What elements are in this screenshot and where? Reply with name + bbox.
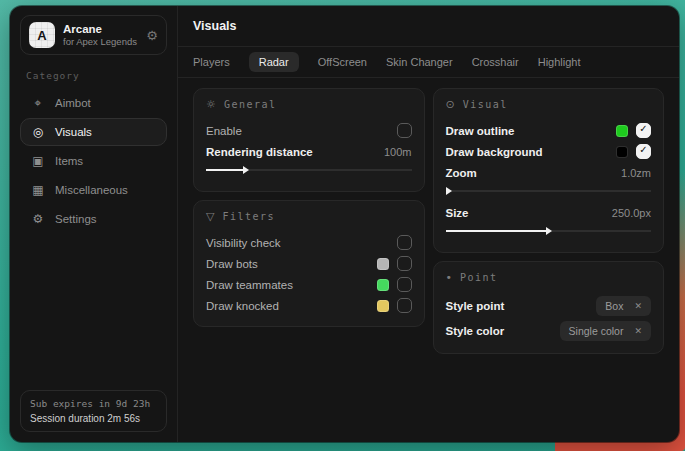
main-header: Visuals [178, 6, 679, 47]
zoom-value: 1.0zm [621, 167, 651, 179]
main-area: Visuals Players Radar OffScreen Skin Cha… [178, 6, 679, 442]
draw-background-label: Draw background [446, 146, 543, 158]
enable-checkbox[interactable] [397, 123, 412, 138]
draw-bots-label: Draw bots [206, 258, 258, 270]
rendering-distance-label: Rendering distance [206, 146, 313, 158]
rendering-distance-row: Rendering distance 100m [206, 141, 412, 162]
tab-radar[interactable]: Radar [249, 52, 299, 72]
sidebar-item-aimbot[interactable]: ⌖ Aimbot [20, 89, 167, 117]
size-slider[interactable] [446, 226, 652, 235]
slider-fill [206, 169, 243, 171]
draw-outline-checkbox[interactable] [636, 123, 651, 138]
draw-outline-color-swatch[interactable] [616, 125, 628, 137]
sun-icon: ☼ [206, 98, 216, 111]
sidebar-item-label: Miscellaneous [55, 184, 128, 196]
rendering-distance-value: 100m [384, 146, 412, 158]
settings-gear-icon: ⚙ [31, 212, 45, 226]
panel-title: Visual [463, 99, 508, 110]
style-point-label: Style point [446, 300, 505, 312]
category-label: Category [26, 70, 161, 81]
zoom-label: Zoom [446, 167, 477, 179]
enable-label: Enable [206, 125, 242, 137]
tab-skin-changer[interactable]: Skin Changer [386, 52, 453, 72]
style-point-value: Box [605, 300, 623, 312]
zoom-row: Zoom 1.0zm [446, 162, 652, 183]
visuals-eye-icon: ◎ [31, 125, 45, 139]
settings-content: ☼ General Enable Rendering distance 100m [193, 78, 664, 354]
page-title: Visuals [193, 19, 237, 33]
gear-icon[interactable]: ⚙ [146, 28, 158, 43]
size-value: 250.0px [612, 207, 651, 219]
draw-knocked-color-swatch[interactable] [377, 300, 389, 312]
size-label: Size [446, 207, 469, 219]
app-window: A Arcane for Apex Legends ⚙ Category ⌖ A… [10, 6, 679, 442]
tab-crosshair[interactable]: Crosshair [472, 52, 519, 72]
crosshair-icon: ⌖ [31, 96, 45, 110]
tab-bar: Players Radar OffScreen Skin Changer Cro… [178, 47, 679, 78]
style-point-select[interactable]: Box ✕ [596, 296, 651, 316]
tab-highlight[interactable]: Highlight [538, 52, 581, 72]
visual-panel: ⊙ Visual Draw outline Draw background [433, 88, 665, 253]
draw-knocked-label: Draw knocked [206, 300, 279, 312]
draw-bots-row: Draw bots [206, 253, 412, 274]
box-icon: ▣ [31, 154, 45, 168]
visibility-check-label: Visibility check [206, 237, 281, 249]
filters-panel: ▽ Filters Visibility check Draw bots [193, 200, 425, 327]
eye-icon: ⊙ [446, 98, 455, 111]
rendering-distance-slider[interactable] [206, 165, 412, 174]
style-color-select[interactable]: Single color ✕ [560, 321, 651, 341]
draw-knocked-row: Draw knocked [206, 295, 412, 316]
sidebar-item-visuals[interactable]: ◎ Visuals [20, 118, 167, 146]
app-logo: A [29, 22, 55, 48]
panel-title: Filters [222, 211, 275, 222]
tab-players[interactable]: Players [193, 52, 230, 72]
slider-fill [446, 230, 547, 232]
draw-knocked-checkbox[interactable] [397, 298, 412, 313]
visibility-check-checkbox[interactable] [397, 235, 412, 250]
point-panel: • Point Style point Box ✕ Style [433, 261, 665, 354]
style-color-label: Style color [446, 325, 505, 337]
right-column: ⊙ Visual Draw outline Draw background [433, 88, 665, 354]
sidebar-item-label: Settings [55, 213, 97, 225]
brand-header: A Arcane for Apex Legends ⚙ [20, 15, 167, 55]
draw-background-row: Draw background [446, 141, 652, 162]
draw-teammates-label: Draw teammates [206, 279, 293, 291]
draw-background-checkbox[interactable] [636, 144, 651, 159]
style-point-row: Style point Box ✕ [446, 293, 652, 318]
panel-title: Point [460, 272, 498, 283]
sidebar-item-settings[interactable]: ⚙ Settings [20, 205, 167, 233]
session-duration-text: Session duration 2m 56s [30, 413, 157, 424]
grid-icon: ▦ [31, 183, 45, 197]
sidebar-item-label: Items [55, 155, 83, 167]
sidebar-item-miscellaneous[interactable]: ▦ Miscellaneous [20, 176, 167, 204]
visibility-check-row: Visibility check [206, 232, 412, 253]
tab-offscreen[interactable]: OffScreen [318, 52, 367, 72]
funnel-icon: ▽ [206, 210, 214, 223]
app-subtitle: for Apex Legends [63, 36, 137, 48]
draw-teammates-row: Draw teammates [206, 274, 412, 295]
draw-bots-checkbox[interactable] [397, 256, 412, 271]
sidebar-item-items[interactable]: ▣ Items [20, 147, 167, 175]
draw-teammates-checkbox[interactable] [397, 277, 412, 292]
size-row: Size 250.0px [446, 202, 652, 223]
subscription-info-box: Sub expires in 9d 23h Session duration 2… [20, 390, 167, 432]
draw-outline-label: Draw outline [446, 125, 515, 137]
sidebar-item-label: Aimbot [55, 97, 91, 109]
style-color-value: Single color [569, 325, 624, 337]
draw-background-color-swatch[interactable] [616, 146, 628, 158]
style-color-row: Style color Single color ✕ [446, 318, 652, 343]
app-name: Arcane [63, 23, 137, 36]
close-icon[interactable]: ✕ [634, 326, 642, 336]
close-icon[interactable]: ✕ [634, 301, 642, 311]
sidebar: A Arcane for Apex Legends ⚙ Category ⌖ A… [10, 6, 178, 442]
left-column: ☼ General Enable Rendering distance 100m [193, 88, 425, 327]
zoom-slider[interactable] [446, 186, 652, 195]
general-panel: ☼ General Enable Rendering distance 100m [193, 88, 425, 192]
sub-expiry-text: Sub expires in 9d 23h [30, 398, 157, 409]
draw-teammates-color-swatch[interactable] [377, 279, 389, 291]
panel-title: General [224, 99, 277, 110]
sidebar-item-label: Visuals [55, 126, 92, 138]
enable-row: Enable [206, 120, 412, 141]
dot-icon: • [446, 271, 453, 284]
draw-bots-color-swatch[interactable] [377, 258, 389, 270]
